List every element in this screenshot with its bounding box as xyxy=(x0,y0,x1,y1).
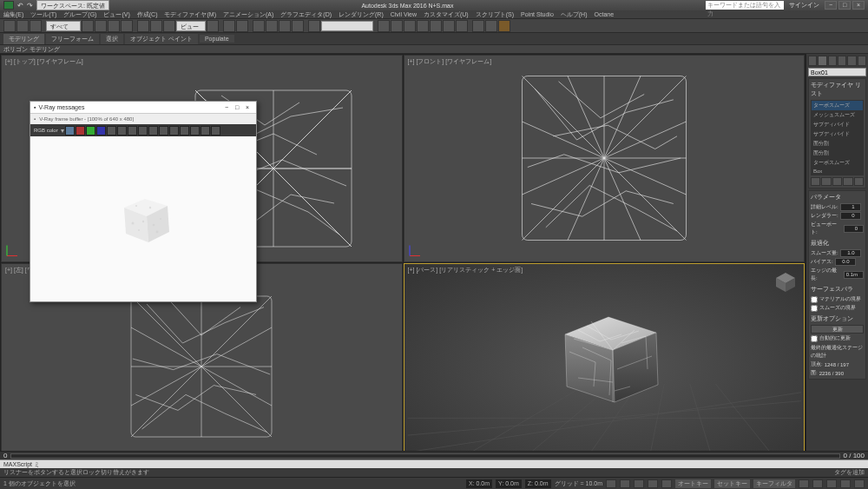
goto-start-icon[interactable] xyxy=(606,479,616,488)
coord-x[interactable]: X: 0.0m xyxy=(466,479,492,488)
prev-frame-icon[interactable] xyxy=(620,479,630,488)
motion-tab[interactable] xyxy=(838,56,846,66)
menu-graph[interactable]: グラフエディタ(D) xyxy=(280,10,332,19)
close-button[interactable]: × xyxy=(852,1,865,10)
select-name-icon[interactable] xyxy=(95,20,107,32)
menu-views[interactable]: ビュー(V) xyxy=(103,10,129,19)
render-icon[interactable] xyxy=(498,20,510,32)
goto-end-icon[interactable] xyxy=(661,479,672,488)
angle-snap-icon[interactable] xyxy=(266,20,278,32)
modify-tab[interactable] xyxy=(818,56,826,66)
render-iter-spinner[interactable]: 0 xyxy=(840,212,861,220)
utilities-tab[interactable] xyxy=(858,56,866,66)
scale-icon[interactable] xyxy=(163,20,175,32)
remove-mod-icon[interactable] xyxy=(843,177,852,186)
viewport-persp-label[interactable]: [+] [パース] [リアリスティック + エッジ面] xyxy=(408,266,523,274)
render-frame-window[interactable]: ▪ V-Ray messages − □ × ▪ V-Ray frame buf… xyxy=(30,101,257,302)
named-sel-dropdown[interactable] xyxy=(321,21,373,31)
render-last-icon[interactable] xyxy=(211,126,220,135)
signin-link[interactable]: サインイン xyxy=(786,1,823,10)
ribbon-tab-modeling[interactable]: モデリング xyxy=(3,34,44,44)
spinner-snap-icon[interactable] xyxy=(292,20,304,32)
schematic-icon[interactable] xyxy=(443,20,455,32)
green-channel-icon[interactable] xyxy=(86,126,95,135)
unique-icon[interactable] xyxy=(832,177,842,186)
viewport-iter-spinner[interactable]: 0 xyxy=(844,225,864,233)
coord-y[interactable]: Y: 0.0m xyxy=(496,479,522,488)
viewport-perspective[interactable]: [+] [パース] [リアリスティック + エッジ面] xyxy=(404,263,806,471)
blue-channel-icon[interactable] xyxy=(96,126,106,135)
channel-dropdown-icon[interactable]: ▾ xyxy=(61,127,64,135)
keyboard-shortcut-icon[interactable] xyxy=(236,20,248,32)
menu-help[interactable]: ヘルプ(H) xyxy=(561,10,588,19)
select-link-icon[interactable] xyxy=(3,20,16,32)
configure-icon[interactable] xyxy=(854,177,864,186)
setkey-button[interactable]: セットキー xyxy=(714,479,750,488)
red-channel-icon[interactable] xyxy=(76,126,85,135)
pan-icon[interactable] xyxy=(799,479,809,488)
unlink-icon[interactable] xyxy=(16,20,29,32)
snap-toggle-icon[interactable] xyxy=(253,20,265,32)
clear-icon[interactable] xyxy=(138,126,148,135)
auto-checkbox[interactable] xyxy=(811,335,818,342)
play-icon[interactable] xyxy=(634,479,644,488)
clone-icon[interactable] xyxy=(148,126,158,135)
maximize-button[interactable]: □ xyxy=(838,1,851,10)
layer-icon[interactable] xyxy=(404,20,416,32)
window-crossing-icon[interactable] xyxy=(121,20,133,32)
menu-scripting[interactable]: スクリプト(S) xyxy=(476,10,514,19)
app-menu-icon[interactable] xyxy=(3,1,14,10)
mat-checkbox[interactable] xyxy=(811,296,818,303)
selection-filter[interactable]: すべて xyxy=(46,21,81,31)
create-tab[interactable] xyxy=(808,56,817,66)
ribbon-tab-freeform[interactable]: フリーフォーム xyxy=(46,34,99,44)
viewport-front[interactable]: [+] [フロント] [ワイヤフレーム] xyxy=(404,55,806,262)
redo-icon[interactable]: ↷ xyxy=(27,2,33,10)
vfb-settings-icon[interactable] xyxy=(201,126,210,135)
pivot-icon[interactable] xyxy=(207,20,219,32)
manipulate-icon[interactable] xyxy=(223,20,235,32)
workspace-dropdown[interactable]: ワークスペース: 既定値 xyxy=(36,0,109,10)
corrections-icon[interactable] xyxy=(190,126,200,135)
ribbon-tab-selection[interactable]: 選択 xyxy=(101,34,123,44)
viewcube[interactable] xyxy=(773,269,799,295)
iterations-spinner[interactable]: 1 xyxy=(840,203,861,211)
mirror-icon[interactable] xyxy=(378,20,390,32)
menu-animation[interactable]: アニメーション(A) xyxy=(223,10,273,19)
keyfilter-button[interactable]: キーフィルタ xyxy=(753,479,795,488)
region-icon[interactable] xyxy=(159,126,168,135)
menu-customize[interactable]: カスタマイズ(U) xyxy=(424,10,469,19)
zoom-icon[interactable] xyxy=(812,479,823,488)
bind-space-icon[interactable] xyxy=(30,20,42,32)
rotate-icon[interactable] xyxy=(150,20,162,32)
modifier-stack[interactable]: ターボスムーズ メッシュスムーズ サブディバイド サブディバイド 面分割 面分割… xyxy=(811,100,864,175)
menu-modifiers[interactable]: モディファイヤ(M) xyxy=(164,10,216,19)
timeline-track[interactable] xyxy=(10,453,839,459)
render-close-button[interactable]: × xyxy=(242,104,253,110)
pin-stack-icon[interactable] xyxy=(811,177,820,186)
curve-editor-icon[interactable] xyxy=(430,20,442,32)
named-sel-icon[interactable] xyxy=(308,20,320,32)
rgb-icon[interactable] xyxy=(65,126,75,135)
menu-edit[interactable]: 編集(E) xyxy=(3,10,23,19)
menu-create[interactable]: 作成(C) xyxy=(137,10,158,19)
minimize-button[interactable]: − xyxy=(825,1,837,10)
timeline[interactable]: 0 0 / 100 xyxy=(0,451,868,459)
modifier-list-label[interactable]: モディファイヤ リスト xyxy=(811,81,864,98)
ribbon-tab-objectpaint[interactable]: オブジェクト ペイント xyxy=(125,34,198,44)
percent-snap-icon[interactable] xyxy=(279,20,291,32)
orbit-icon[interactable] xyxy=(840,479,851,488)
track-mouse-icon[interactable] xyxy=(169,126,179,135)
menu-octane[interactable]: Octane xyxy=(595,11,615,17)
viewport-front-label[interactable]: [+] [フロント] [ワイヤフレーム] xyxy=(408,57,492,66)
menu-tools[interactable]: ツール(T) xyxy=(30,10,56,19)
smooth-spinner[interactable]: 1.0 xyxy=(840,249,861,257)
menu-pointstudio[interactable]: Point Studio xyxy=(521,11,554,17)
render-setup-icon[interactable] xyxy=(472,20,484,32)
update-button[interactable]: 更新 xyxy=(811,325,864,334)
alpha-channel-icon[interactable] xyxy=(107,126,116,135)
maximize-viewport-icon[interactable] xyxy=(854,479,865,488)
object-name-field[interactable] xyxy=(808,68,866,76)
render-max-button[interactable]: □ xyxy=(232,104,242,110)
edge-spinner[interactable]: 0.1m xyxy=(844,271,864,279)
